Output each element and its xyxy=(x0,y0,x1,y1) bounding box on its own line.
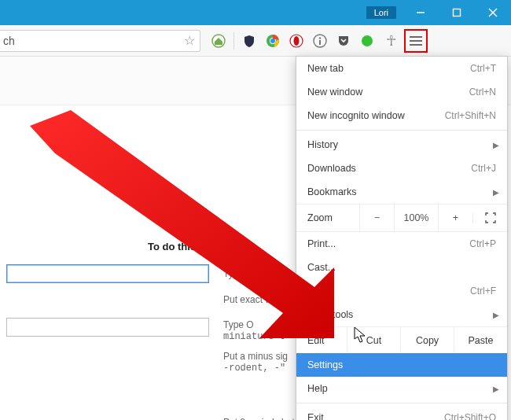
menu-shortcut: Ctrl+F xyxy=(470,286,496,297)
menu-cast[interactable]: Cast... xyxy=(296,256,507,279)
omnibox[interactable]: ch ☆ xyxy=(0,30,200,52)
menu-edit-row: Edit Cut Copy Paste xyxy=(296,326,507,353)
search-field-1[interactable] xyxy=(6,264,209,283)
menu-history[interactable]: History ▶ xyxy=(296,133,507,157)
svg-point-13 xyxy=(362,35,373,46)
menu-label: More tools xyxy=(307,309,496,320)
menu-zoom-row: Zoom − 100% + xyxy=(296,204,507,232)
extensions-row: ☥ xyxy=(210,32,399,50)
user-badge[interactable]: Lori xyxy=(366,6,396,19)
menu-label: Cast... xyxy=(307,262,496,273)
zoom-value: 100% xyxy=(394,204,438,231)
menu-bookmarks[interactable]: Bookmarks ▶ xyxy=(296,180,507,204)
menu-more-tools[interactable]: More tools ▶ xyxy=(296,303,507,326)
fullscreen-button[interactable] xyxy=(472,212,507,223)
menu-help[interactable]: Help ▶ xyxy=(296,377,507,400)
menu-label: New incognito window xyxy=(307,110,445,121)
menu-label: New tab xyxy=(307,63,470,74)
menu-separator xyxy=(296,130,507,131)
menu-new-tab[interactable]: New tab Ctrl+T xyxy=(296,57,507,80)
menu-label: Settings xyxy=(307,359,496,370)
hint-type-or-text: Type O xyxy=(223,319,254,330)
edit-label: Edit xyxy=(296,327,347,353)
hint-type-or-mono: miniature O xyxy=(223,331,285,342)
status-dot-icon[interactable] xyxy=(358,32,376,50)
omnibox-text: ch xyxy=(3,35,184,47)
menu-label: Print... xyxy=(307,238,469,249)
hint-minus-sign: Put a minus sig -rodent, -" xyxy=(223,351,288,374)
menu-separator xyxy=(296,403,507,403)
minimize-button[interactable] xyxy=(403,0,439,25)
menu-label: Exit xyxy=(307,412,444,420)
submenu-arrow-icon: ▶ xyxy=(493,141,499,149)
info-icon[interactable] xyxy=(311,32,329,50)
zoom-label: Zoom xyxy=(296,212,359,223)
svg-point-11 xyxy=(319,37,321,39)
hint-type-important: Type the impor xyxy=(223,268,285,279)
menu-shortcut: Ctrl+J xyxy=(471,163,496,174)
menu-shortcut: Ctrl+T xyxy=(470,63,496,74)
search-field-2[interactable] xyxy=(6,318,209,337)
menu-new-window[interactable]: New window Ctrl+N xyxy=(296,80,507,104)
edit-paste-button[interactable]: Paste xyxy=(454,327,507,353)
submenu-arrow-icon: ▶ xyxy=(493,188,499,197)
maximize-button[interactable] xyxy=(439,0,475,25)
svg-rect-1 xyxy=(454,9,461,17)
hint-minus-mono: -rodent, -" xyxy=(223,363,285,374)
hint-minus-text: Put a minus sig xyxy=(223,351,288,362)
hamburger-icon xyxy=(410,36,422,46)
submenu-arrow-icon: ▶ xyxy=(493,311,499,319)
opera-icon[interactable] xyxy=(288,32,305,50)
menu-exit[interactable]: Exit Ctrl+Shift+Q xyxy=(296,406,507,420)
menu-downloads[interactable]: Downloads Ctrl+J xyxy=(296,157,507,180)
edit-copy-button[interactable]: Copy xyxy=(400,327,454,353)
section-heading: To do this in xyxy=(148,241,208,252)
menu-shortcut: Ctrl+Shift+N xyxy=(445,110,496,121)
bookmark-star-icon[interactable]: ☆ xyxy=(184,33,195,48)
browser-toolbar: ch ☆ ☥ xyxy=(0,25,511,57)
hint-exact-words: Put exact word xyxy=(223,294,285,305)
close-button[interactable] xyxy=(475,0,511,25)
menu-shortcut: Ctrl+P xyxy=(469,238,496,249)
mouse-cursor-icon xyxy=(354,326,368,344)
window-titlebar: Lori xyxy=(0,0,511,25)
hint-type-or: Type O miniature O xyxy=(223,319,285,342)
submenu-arrow-icon: ▶ xyxy=(493,385,499,393)
chrome-logo-icon[interactable] xyxy=(264,32,281,50)
menu-settings[interactable]: Settings xyxy=(296,353,507,377)
ankh-icon[interactable]: ☥ xyxy=(382,32,399,50)
toolbar-separator xyxy=(233,32,234,50)
menu-label: Help xyxy=(307,383,496,394)
menu-shortcut: Ctrl+N xyxy=(469,87,496,98)
menu-shortcut: Ctrl+Shift+Q xyxy=(444,412,496,420)
menu-find[interactable]: Find... Ctrl+F xyxy=(296,279,507,303)
main-menu: New tab Ctrl+T New window Ctrl+N New inc… xyxy=(296,56,508,420)
home-icon[interactable] xyxy=(210,32,227,50)
zoom-out-button[interactable]: − xyxy=(359,204,394,231)
menu-label: History xyxy=(307,139,496,150)
menu-print[interactable]: Print... Ctrl+P xyxy=(296,232,507,256)
svg-rect-12 xyxy=(319,40,321,45)
zoom-in-button[interactable]: + xyxy=(438,204,472,231)
pocket-icon[interactable] xyxy=(335,32,352,50)
menu-new-incognito[interactable]: New incognito window Ctrl+Shift+N xyxy=(296,104,507,127)
svg-point-9 xyxy=(294,36,300,46)
menu-label: Bookmarks xyxy=(307,186,496,197)
menu-label: Find... xyxy=(307,286,470,297)
menu-label: New window xyxy=(307,87,469,98)
menu-label: Downloads xyxy=(307,163,471,174)
shield-icon[interactable] xyxy=(241,32,258,50)
main-menu-button[interactable] xyxy=(404,29,428,53)
